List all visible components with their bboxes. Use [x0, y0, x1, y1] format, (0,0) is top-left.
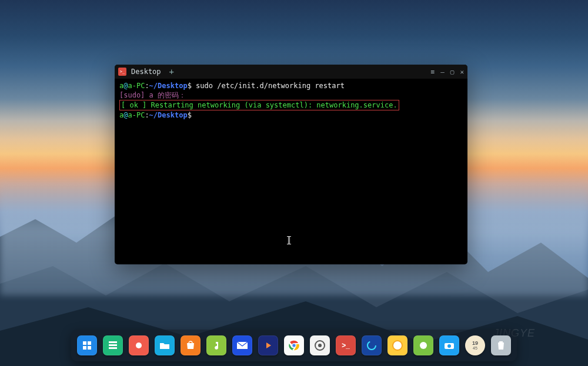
dock-monitor-icon[interactable] — [362, 335, 382, 355]
dock-appstore-icon[interactable] — [181, 335, 201, 355]
dock-system-icon[interactable] — [413, 335, 433, 355]
terminal-titlebar[interactable]: Desktop + — [115, 65, 467, 79]
dock-video-icon[interactable] — [258, 335, 278, 355]
dock-clock-icon[interactable]: 19 45 — [465, 335, 485, 355]
prompt-host-2: a-PC — [128, 111, 145, 119]
svg-rect-0 — [83, 341, 86, 345]
dock-browser-icon[interactable] — [387, 335, 407, 355]
dock-terminal-icon[interactable]: >_ — [336, 335, 356, 355]
new-tab-button[interactable]: + — [169, 67, 174, 76]
desktop-wallpaper: Desktop + a@a-PC:~/Desktop$ sudo /etc/in… — [0, 0, 588, 366]
terminal-line-3: [ ok ] Restarting networking (via system… — [119, 100, 463, 110]
prompt-dollar-2: $ — [188, 111, 192, 119]
dock-multitask-icon[interactable] — [103, 335, 123, 355]
text-cursor-icon — [288, 236, 290, 244]
terminal-line-4: a@a-PC:~/Desktop$ — [119, 110, 463, 120]
svg-point-15 — [368, 341, 376, 350]
window-minimize-button[interactable] — [440, 68, 445, 76]
svg-rect-2 — [83, 346, 86, 350]
dock-chrome-icon[interactable] — [284, 335, 304, 355]
prompt-colon-2: : — [145, 111, 149, 119]
terminal-line-1: a@a-PC:~/Desktop$ sudo /etc/init.d/netwo… — [119, 81, 463, 90]
dock-recorder-icon[interactable] — [129, 335, 149, 355]
svg-rect-3 — [88, 346, 91, 350]
dock-trash-icon[interactable] — [491, 335, 511, 355]
dock[interactable]: >_ 19 45 — [71, 330, 517, 361]
dock-mail-icon[interactable] — [232, 335, 252, 355]
svg-point-20 — [447, 344, 451, 348]
svg-rect-4 — [109, 341, 117, 343]
dock-files-icon[interactable] — [155, 335, 175, 355]
svg-rect-21 — [499, 341, 503, 343]
prompt-path: ~/Desktop — [149, 82, 188, 90]
terminal-tab-title[interactable]: Desktop — [131, 68, 161, 76]
prompt-dollar: $ — [188, 82, 196, 90]
svg-rect-1 — [88, 341, 91, 345]
dock-settings-icon[interactable] — [310, 335, 330, 355]
ok-highlight-box: [ ok ] Restarting networking (via system… — [119, 100, 399, 110]
clock-min: 45 — [473, 346, 477, 350]
svg-point-14 — [318, 344, 322, 347]
prompt-host: a-PC — [128, 82, 145, 90]
svg-point-7 — [136, 343, 142, 348]
terminal-window[interactable]: Desktop + a@a-PC:~/Desktop$ sudo /etc/in… — [115, 65, 467, 264]
clock-hour: 19 — [472, 341, 478, 346]
svg-marker-9 — [266, 343, 271, 348]
window-menu-button[interactable] — [431, 68, 435, 76]
window-close-button[interactable] — [460, 68, 464, 76]
terminal-app-icon — [118, 68, 126, 76]
svg-rect-5 — [109, 344, 117, 346]
prompt-colon: : — [145, 82, 149, 90]
prompt-command: sudo /etc/init.d/networking restart — [196, 82, 345, 90]
svg-rect-6 — [109, 347, 117, 349]
terminal-line-2: [sudo] a 的密码： — [119, 90, 463, 100]
prompt-path-2: ~/Desktop — [149, 111, 188, 119]
svg-point-18 — [420, 342, 427, 349]
dock-launcher-icon[interactable] — [77, 335, 97, 355]
window-maximize-button[interactable] — [450, 68, 455, 76]
dock-screenshot-icon[interactable] — [439, 335, 459, 355]
dock-music-icon[interactable] — [206, 335, 226, 355]
terminal-body[interactable]: a@a-PC:~/Desktop$ sudo /etc/init.d/netwo… — [115, 79, 467, 264]
